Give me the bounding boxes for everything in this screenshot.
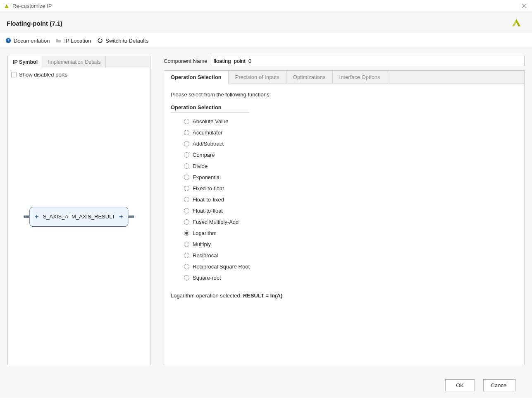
operation-radio[interactable]: Reciprocal xyxy=(184,252,518,259)
tab-interface-options[interactable]: Interface Options xyxy=(333,71,387,84)
footer: OK Cancel xyxy=(0,373,532,398)
operation-radio[interactable]: Reciprocal Square Root xyxy=(184,264,518,270)
ip-location-button[interactable]: IP Location xyxy=(55,37,91,44)
documentation-label: Documentation xyxy=(14,38,50,44)
close-icon[interactable] xyxy=(520,2,528,10)
titlebar: Re-customize IP xyxy=(0,0,532,12)
operation-radio[interactable]: Divide xyxy=(184,163,518,169)
tab-operation-selection[interactable]: Operation Selection xyxy=(164,71,229,84)
left-panel: IP Symbol Implementation Details Show di… xyxy=(7,56,150,365)
show-disabled-ports-checkbox[interactable] xyxy=(11,72,17,77)
right-panel: Component Name Operation Selection Preci… xyxy=(164,56,525,365)
xilinx-logo-icon xyxy=(509,14,524,31)
ok-button[interactable]: OK xyxy=(445,379,475,391)
instruction-text: Please select from the following functio… xyxy=(171,91,518,98)
operation-radio[interactable]: Exponential xyxy=(184,174,518,180)
info-icon: i xyxy=(5,37,12,44)
config-body: Please select from the following functio… xyxy=(164,84,524,365)
radio-icon[interactable] xyxy=(184,152,189,158)
operation-label: Float-to-float xyxy=(193,208,223,214)
operation-label: Logarithm xyxy=(193,230,217,236)
operation-label: Float-to-fixed xyxy=(193,197,224,203)
tab-ip-symbol[interactable]: IP Symbol xyxy=(8,56,43,68)
operation-radio[interactable]: Fixed-to-float xyxy=(184,185,518,192)
operation-label: Exponential xyxy=(193,174,221,180)
radio-icon[interactable] xyxy=(184,186,189,191)
radio-icon[interactable] xyxy=(184,197,189,202)
documentation-button[interactable]: i Documentation xyxy=(5,37,50,44)
left-tabs: IP Symbol Implementation Details xyxy=(8,56,150,68)
folder-icon xyxy=(55,37,62,44)
operation-label: Fused Multiply-Add xyxy=(193,219,239,225)
operation-label: Compare xyxy=(193,152,215,158)
operation-radio[interactable]: Logarithm xyxy=(184,230,518,236)
component-name-input[interactable] xyxy=(211,56,525,66)
operation-label: Multiply xyxy=(193,241,211,247)
toolbar: i Documentation IP Location Switch to De… xyxy=(0,33,532,48)
radio-icon[interactable] xyxy=(184,242,189,247)
radio-icon[interactable] xyxy=(184,141,189,146)
bus-stub-left-icon xyxy=(24,216,29,218)
radio-icon[interactable] xyxy=(184,208,189,213)
result-formula: RESULT = ln(A) xyxy=(243,292,282,299)
page-title: Floating-point (7.1) xyxy=(7,20,525,27)
operation-radio[interactable]: Multiply xyxy=(184,241,518,247)
cancel-button[interactable]: Cancel xyxy=(483,379,515,391)
show-disabled-ports-row[interactable]: Show disabled ports xyxy=(11,72,147,78)
bus-stub-right-icon xyxy=(129,216,134,218)
left-body: Show disabled ports + S_AXIS_A M_AXIS_RE… xyxy=(8,68,150,365)
ip-block-box: + S_AXIS_A M_AXIS_RESULT + xyxy=(29,207,128,227)
radio-icon[interactable] xyxy=(184,275,189,280)
component-name-row: Component Name xyxy=(164,56,525,66)
svg-marker-4 xyxy=(516,19,520,26)
operation-radio[interactable]: Square-root xyxy=(184,275,518,281)
operation-radio[interactable]: Add/Subtract xyxy=(184,141,518,147)
fieldset-label: Operation Selection xyxy=(171,104,249,113)
show-disabled-ports-label: Show disabled ports xyxy=(19,72,67,78)
port-in-label: S_AXIS_A xyxy=(43,213,68,220)
operation-label: Divide xyxy=(193,163,208,169)
window-title: Re-customize IP xyxy=(12,3,52,9)
tab-optimizations[interactable]: Optimizations xyxy=(286,71,333,84)
operation-radio[interactable]: Accumulator xyxy=(184,129,518,136)
switch-defaults-button[interactable]: Switch to Defaults xyxy=(97,37,148,44)
tab-implementation-details[interactable]: Implementation Details xyxy=(43,56,106,68)
radio-icon[interactable] xyxy=(184,130,189,135)
radio-icon[interactable] xyxy=(184,230,189,236)
config-panel: Operation Selection Precision of Inputs … xyxy=(164,70,525,365)
vivado-icon xyxy=(3,3,10,10)
radio-icon[interactable] xyxy=(184,119,189,124)
switch-defaults-label: Switch to Defaults xyxy=(105,38,148,44)
header: Floating-point (7.1) xyxy=(0,12,532,33)
operation-label: Square-root xyxy=(193,275,221,281)
operation-radio[interactable]: Float-to-float xyxy=(184,208,518,214)
ip-location-label: IP Location xyxy=(64,38,91,44)
radio-icon[interactable] xyxy=(184,219,189,225)
operation-radio[interactable]: Fused Multiply-Add xyxy=(184,219,518,225)
operation-label: Accumulator xyxy=(193,129,222,136)
operation-label: Fixed-to-float xyxy=(193,185,224,192)
radio-icon[interactable] xyxy=(184,163,189,169)
result-prefix: Logarithm operation selected. xyxy=(171,292,243,299)
operation-radio[interactable]: Compare xyxy=(184,152,518,158)
operation-label: Reciprocal xyxy=(193,252,218,259)
operation-label: Reciprocal Square Root xyxy=(193,264,250,270)
svg-marker-7 xyxy=(101,38,103,40)
tab-precision-inputs[interactable]: Precision of Inputs xyxy=(229,71,286,84)
result-line: Logarithm operation selected. RESULT = l… xyxy=(171,292,518,299)
plus-icon: + xyxy=(34,213,39,220)
operation-radio[interactable]: Float-to-fixed xyxy=(184,197,518,203)
radio-icon[interactable] xyxy=(184,175,189,180)
config-tabs: Operation Selection Precision of Inputs … xyxy=(164,71,524,84)
operation-radio[interactable]: Absolute Value xyxy=(184,118,518,125)
ip-symbol-diagram: + S_AXIS_A M_AXIS_RESULT + xyxy=(24,207,134,227)
content: IP Symbol Implementation Details Show di… xyxy=(0,48,532,373)
plus-icon: + xyxy=(118,213,124,220)
refresh-icon xyxy=(97,37,103,44)
port-out-label: M_AXIS_RESULT xyxy=(72,213,115,220)
component-name-label: Component Name xyxy=(164,58,208,64)
operation-label: Add/Subtract xyxy=(193,141,224,147)
operation-radio-group: Absolute ValueAccumulatorAdd/SubtractCom… xyxy=(171,118,518,281)
radio-icon[interactable] xyxy=(184,264,189,269)
radio-icon[interactable] xyxy=(184,253,189,258)
